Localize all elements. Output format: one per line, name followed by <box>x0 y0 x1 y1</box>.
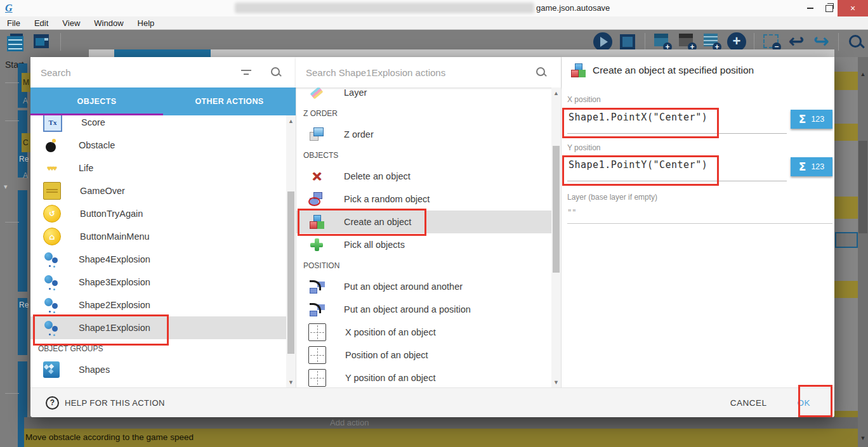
delete-event-icon[interactable] <box>762 32 781 51</box>
section-object-groups[interactable]: OBJECT GROUPS <box>30 339 296 358</box>
item-help[interactable]: Help <box>131 18 162 28</box>
item-life[interactable]: Life <box>30 157 296 179</box>
background-active-scene-tab <box>114 49 211 57</box>
layer-label: Layer (base layer if empty) <box>567 193 657 202</box>
scrollbar-thumb[interactable] <box>553 146 560 273</box>
item-put-an-object-around-a-position[interactable]: Put an object around a position <box>296 298 561 321</box>
ok-button[interactable]: OK <box>797 398 810 408</box>
restore-button[interactable] <box>820 0 839 16</box>
event-connector <box>5 82 19 83</box>
restore-icon <box>825 5 833 12</box>
x-position-input[interactable] <box>567 111 779 124</box>
item-delete-an-object[interactable]: Delete an object <box>296 165 561 188</box>
y-expression-editor-button[interactable]: Σ 123 <box>791 157 832 176</box>
add-special-event-icon[interactable] <box>727 32 746 51</box>
add-event-icon[interactable] <box>653 32 672 51</box>
item-pick-a-random-object[interactable]: Pick a random object <box>296 188 561 211</box>
background-scrollbar[interactable] <box>858 57 868 447</box>
item-edit[interactable]: Edit <box>27 18 55 28</box>
help-button[interactable]: ? HELP FOR THIS ACTION <box>46 396 165 410</box>
item-shape3explosion[interactable]: Shape3Explosion <box>30 271 296 294</box>
project-manager-icon[interactable] <box>5 32 24 51</box>
item-obstacle[interactable]: Obstacle <box>30 134 296 157</box>
close-button[interactable]: × <box>838 0 868 16</box>
item-file[interactable]: File <box>0 18 27 28</box>
objects-list: Score Obstacle Life GameOver ButtonTryAg… <box>30 115 296 388</box>
event-connector <box>5 120 19 121</box>
item-put-an-object-around-another[interactable]: Put an object around another <box>296 275 561 298</box>
scroll-down-icon[interactable]: ▼ <box>551 379 561 385</box>
clipped-label: C <box>23 138 29 147</box>
event-indent-bar <box>18 417 24 447</box>
item-score[interactable]: Score <box>30 115 296 134</box>
objects-scrollbar[interactable]: ▲ ▼ <box>286 115 296 388</box>
undo-icon[interactable]: ↩ <box>787 32 806 51</box>
scroll-up-icon[interactable]: ▲ <box>286 118 296 124</box>
tab-objects[interactable]: OBJECTS <box>30 87 163 115</box>
action-header: Create an object at specified position <box>570 62 754 79</box>
filter-icon[interactable] <box>241 68 253 76</box>
section-position[interactable]: POSITION <box>296 256 561 275</box>
item-gameover[interactable]: GameOver <box>30 179 296 202</box>
debugger-icon[interactable] <box>620 34 635 49</box>
objects-search-input[interactable] <box>30 67 241 78</box>
scroll-up-icon[interactable]: ▲ <box>551 90 561 96</box>
actions-list: Layer Z ORDER Z order OBJECTS Delete an … <box>296 87 561 388</box>
item-pick-all-objects[interactable]: Pick all objects <box>296 233 561 256</box>
scroll-down-icon[interactable]: ▼ <box>859 435 867 441</box>
sigma-icon: Σ <box>799 160 806 173</box>
item-shape4explosion[interactable]: Shape4Explosion <box>30 248 296 271</box>
add-subevent-icon[interactable] <box>702 32 721 51</box>
event-indent-bar <box>18 190 27 292</box>
actions-search-row <box>296 57 561 87</box>
item-create-an-object[interactable]: Create an object <box>296 211 561 233</box>
search-icon[interactable] <box>846 32 865 51</box>
section-objects[interactable]: OBJECTS <box>296 146 561 165</box>
item-view[interactable]: View <box>55 18 87 28</box>
create-object-icon <box>308 214 325 230</box>
item-window[interactable]: Window <box>87 18 130 28</box>
play-icon[interactable] <box>593 32 612 51</box>
particles-icon <box>43 274 60 290</box>
item-z-order[interactable]: Z order <box>296 123 561 146</box>
input-underline <box>567 223 832 224</box>
toolbar-left <box>5 32 63 51</box>
y-position-input[interactable] <box>567 159 779 171</box>
titlebar: game.json.autosave × <box>0 0 868 17</box>
item-shape1explosion[interactable]: Shape1Explosion <box>30 316 296 339</box>
search-icon[interactable] <box>536 67 547 78</box>
actions-scrollbar[interactable]: ▲ ▼ <box>551 87 561 388</box>
item-x-position-of-an-object[interactable]: X position of an object <box>296 321 561 344</box>
event-comment-sliver <box>834 281 858 298</box>
create-object-icon <box>570 62 586 79</box>
x-expression-editor-button[interactable]: Σ 123 <box>791 110 832 129</box>
redo-icon[interactable]: ↪ <box>812 32 831 51</box>
item-y-position-of-an-object[interactable]: Y position of an object <box>296 366 561 388</box>
item-shapes[interactable]: Shapes <box>30 358 296 381</box>
sigma-icon: Σ <box>799 113 806 126</box>
help-icon: ? <box>46 396 59 410</box>
search-icon[interactable] <box>270 67 282 78</box>
item-buttonmainmenu[interactable]: ButtonMainMenu <box>30 225 296 248</box>
item-layer[interactable]: Layer <box>296 87 561 104</box>
item-shape2explosion[interactable]: Shape2Explosion <box>30 294 296 316</box>
clipped-label: A <box>23 96 28 105</box>
bomb-icon <box>43 137 60 153</box>
background-scrollbar-thumb[interactable] <box>858 141 867 233</box>
help-label: HELP FOR THIS ACTION <box>65 398 165 408</box>
window-title: game.json.autosave <box>536 3 610 13</box>
cancel-button[interactable]: CANCEL <box>730 398 767 408</box>
item-position-of-an-object[interactable]: Position of an object <box>296 344 561 366</box>
minimize-button[interactable] <box>801 0 820 16</box>
scroll-up-icon[interactable]: ▲ <box>859 71 867 77</box>
item-buttontryagain[interactable]: ButtonTryAgain <box>30 202 296 225</box>
section-z-order[interactable]: Z ORDER <box>296 104 561 123</box>
text-object-icon <box>43 115 62 132</box>
tab-other-actions[interactable]: OTHER ACTIONS <box>163 87 296 115</box>
layer-input[interactable]: "" <box>567 208 576 217</box>
add-comment-icon[interactable] <box>678 32 697 51</box>
scrollbar-thumb[interactable] <box>287 191 294 354</box>
scroll-down-icon[interactable]: ▼ <box>286 379 296 385</box>
scene-editor-icon[interactable] <box>32 32 51 51</box>
actions-search-input[interactable] <box>296 67 536 78</box>
